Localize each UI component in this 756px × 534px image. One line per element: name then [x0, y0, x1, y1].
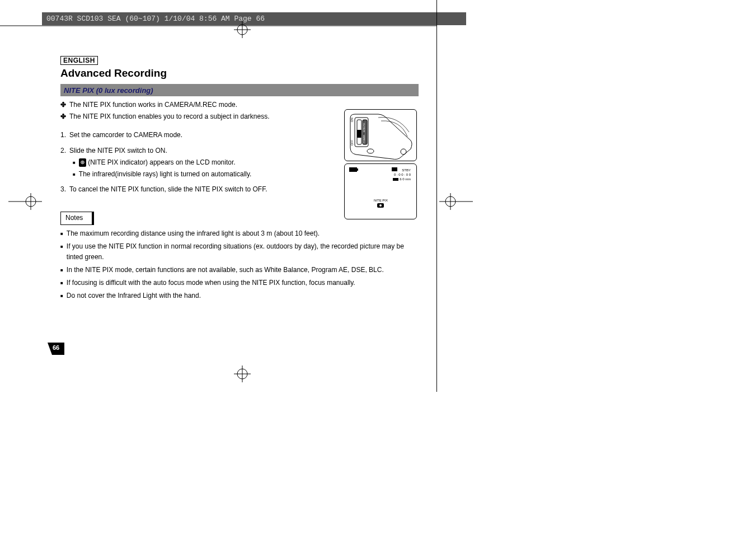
svg-rect-16: [357, 130, 361, 138]
note-text: In the NITE PIX mode, certain functions …: [67, 265, 384, 275]
svg-rect-20: [349, 167, 357, 172]
lcd-nitepix-label: NITE PIX: [374, 199, 388, 202]
lcd-min-label: 6 0 min: [393, 177, 411, 181]
tape-remaining-icon: [393, 178, 398, 181]
page-cut-horizontal: [0, 25, 436, 26]
note-text: If focusing is difficult with the auto f…: [67, 278, 355, 288]
section-heading: NITE PIX (0 lux recording): [64, 86, 153, 95]
section-heading-bar: NITE PIX (0 lux recording): [60, 84, 419, 96]
register-mark-right: [439, 193, 473, 212]
bullet-square-icon: ■: [60, 267, 63, 274]
step-number: 1.: [60, 130, 66, 140]
intro-line: The NITE PIX function works in CAMERA/M.…: [69, 100, 237, 110]
nitepix-indicator-icon: [377, 203, 384, 208]
register-mark-top: [234, 21, 251, 40]
step-text: Slide the NITE PIX switch to ON.: [69, 146, 167, 156]
switch-label-power: POWER: [363, 135, 365, 143]
step-number: 2.: [60, 146, 66, 156]
lcd-stby-label: STBY: [402, 168, 411, 172]
lcd-time-label: 0 : 0 0 : 0 0: [394, 173, 411, 176]
language-badge: ENGLISH: [60, 56, 98, 65]
sub-step-text: The infrared(invisible rays) light is tu…: [79, 169, 252, 180]
svg-point-19: [401, 149, 406, 154]
bullet-square-icon: ■: [73, 171, 76, 179]
svg-point-18: [367, 149, 374, 153]
notes-label: Notes: [60, 212, 94, 224]
print-header: 00743R SCD103 SEA (60~107) 1/10/04 8:56 …: [42, 12, 466, 25]
register-mark-left: [8, 193, 42, 212]
figure-camcorder-switch: ON OFF POWER NITE PIX: [344, 109, 417, 161]
page-cut-vertical: [436, 0, 437, 392]
sub-step-text: (NITE PIX indicator) appears on the LCD …: [88, 158, 235, 166]
sub-step: ◎ (NITE PIX indicator) appears on the LC…: [79, 157, 236, 168]
step-text: To cancel the NITE PIX function, slide t…: [69, 184, 267, 195]
nitepix-indicator-icon: ◎: [79, 158, 86, 167]
register-mark-bottom: [234, 366, 251, 385]
step-number: 3.: [60, 184, 66, 195]
bullet-square-icon: ■: [60, 280, 63, 287]
page-number-badge: 66: [48, 343, 64, 355]
switch-label-off: OFF: [350, 140, 354, 146]
bullet-square-icon: ■: [60, 293, 63, 300]
svg-rect-22: [392, 167, 397, 171]
switch-label-nitepix: NITE PIX: [363, 123, 365, 132]
figure-lcd-display: STBY 0 : 0 0 : 0 0 6 0 min NITE PIX: [344, 163, 417, 219]
page-number: 66: [48, 344, 64, 351]
bullet-plus-icon: ✤: [60, 100, 66, 110]
note-text: Do not cover the Infrared Light with the…: [67, 291, 201, 301]
page-title: Advanced Recording: [60, 67, 419, 79]
note-text: If you use the NITE PIX function in norm…: [67, 241, 419, 263]
svg-point-24: [379, 204, 382, 207]
switch-label-on: ON: [350, 118, 354, 122]
tape-icon: [392, 167, 397, 171]
battery-icon: [349, 167, 358, 172]
intro-line: The NITE PIX function enables you to rec…: [69, 111, 270, 122]
note-text: The maximum recording distance using the…: [67, 228, 320, 239]
svg-rect-21: [357, 168, 358, 171]
bullet-square-icon: ■: [60, 243, 63, 251]
bullet-square-icon: ■: [73, 160, 76, 167]
bullet-plus-icon: ✤: [60, 111, 66, 122]
bullet-square-icon: ■: [60, 231, 63, 238]
step-text: Set the camcorder to CAMERA mode.: [69, 130, 182, 140]
